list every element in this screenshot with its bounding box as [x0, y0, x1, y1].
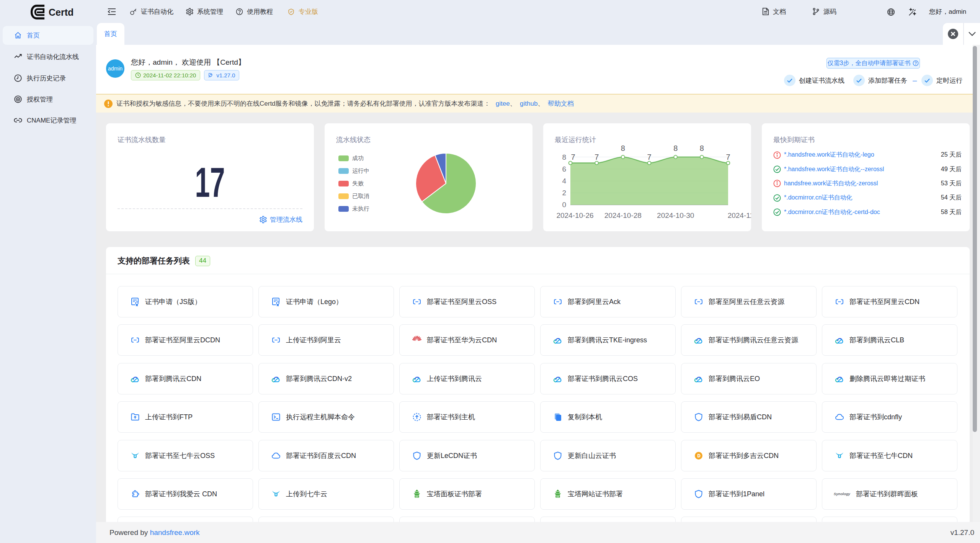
svg-text:2024-10-28: 2024-10-28: [604, 211, 642, 219]
svg-text:8: 8: [673, 144, 678, 152]
svg-text:7: 7: [647, 153, 651, 161]
svg-text:2024-10-26: 2024-10-26: [556, 211, 593, 219]
svg-text:2024-11-: 2024-11-: [728, 211, 751, 219]
svg-text:4: 4: [562, 177, 566, 185]
svg-text:7: 7: [726, 153, 730, 161]
svg-text:6: 6: [562, 165, 566, 173]
svg-text:2: 2: [562, 189, 566, 197]
svg-text:8: 8: [562, 153, 566, 161]
svg-text:8: 8: [621, 144, 625, 152]
svg-text:8: 8: [700, 144, 704, 152]
svg-text:7: 7: [571, 153, 575, 161]
svg-text:2024-10-30: 2024-10-30: [657, 211, 694, 219]
svg-text:Synology: Synology: [834, 492, 851, 496]
svg-text:7: 7: [595, 153, 599, 161]
svg-text:0: 0: [562, 201, 566, 209]
